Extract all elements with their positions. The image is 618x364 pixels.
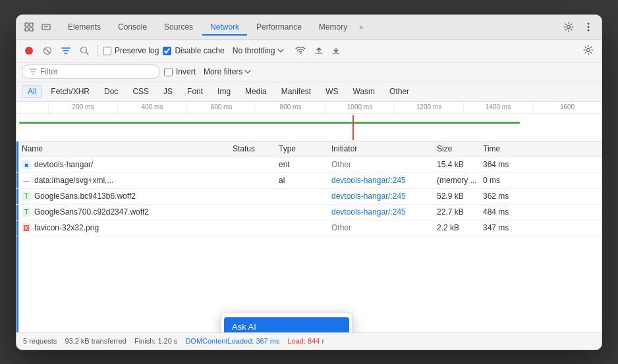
header-size: Size: [437, 144, 483, 153]
filter-pill-media[interactable]: Media: [239, 85, 273, 98]
html-icon: ■: [22, 160, 31, 169]
filter-pill-all[interactable]: All: [22, 85, 42, 98]
status-finish: Finish: 1.20 s: [134, 337, 177, 345]
header-time: Time: [483, 144, 596, 153]
tab-bar-icons: [22, 20, 53, 34]
status-dom-content-loaded: DOMContentLoaded: 367 ms: [185, 337, 279, 345]
cell-initiator-1: devtools-hangar/:245: [331, 176, 437, 185]
cell-type-1: al: [279, 176, 331, 185]
svg-point-7: [567, 26, 571, 29]
png-icon: 🖼: [22, 223, 31, 232]
table-row[interactable]: T GoogleSans.bc9413b6.woff2 devtools-han…: [16, 189, 602, 205]
cell-initiator-4: Other: [331, 223, 437, 232]
invert-label[interactable]: Invert: [164, 67, 196, 76]
cell-size-4: 2.2 kB: [437, 223, 483, 232]
cell-time-0: 364 ms: [483, 160, 596, 169]
header-initiator: Initiator: [331, 144, 437, 153]
cell-name-0: ■ devtools-hangar/: [22, 160, 233, 169]
filter-pill-fetch[interactable]: Fetch/XHR: [45, 85, 96, 98]
header-type: Type: [279, 144, 331, 153]
svg-rect-2: [25, 28, 28, 31]
table-header: Name Status Type Initiator Size Time: [16, 142, 602, 157]
preserve-log-label[interactable]: Preserve log: [103, 46, 159, 55]
context-menu-overlay: Ask AI Open in Sources panel Open in new…: [221, 313, 352, 332]
header-name: Name: [22, 144, 233, 153]
tab-more-chevron[interactable]: »: [356, 20, 366, 34]
header-status: Status: [233, 144, 279, 153]
table-row[interactable]: T GoogleSans700.c92d2347.woff2 devtools-…: [16, 205, 602, 221]
search-icon[interactable]: [77, 43, 92, 58]
table-row[interactable]: 🖼 favicon-32x32.png Other 2.2 kB 347 ms: [16, 221, 602, 236]
network-toolbar: Preserve log Disable cache No throttling: [16, 40, 602, 63]
invert-checkbox[interactable]: [164, 68, 173, 76]
cell-size-0: 15.4 kB: [437, 160, 483, 169]
tick-600: 600 ms: [186, 102, 256, 113]
filter-pill-css[interactable]: CSS: [126, 85, 155, 98]
settings-gear-icon[interactable]: [561, 19, 576, 35]
tab-console[interactable]: Console: [110, 18, 155, 36]
table-row[interactable]: — data:image/svg+xml,... al devtools-han…: [16, 173, 602, 189]
filter-pill-other[interactable]: Other: [383, 85, 415, 98]
tab-performance[interactable]: Performance: [248, 18, 310, 36]
tick-1400: 1400 ms: [463, 102, 532, 113]
filter-pill-doc[interactable]: Doc: [98, 85, 124, 98]
filter-input[interactable]: [40, 67, 153, 76]
network-table: Name Status Type Initiator Size Time ■ d…: [16, 142, 602, 332]
cell-time-4: 347 ms: [483, 223, 596, 232]
tab-elements[interactable]: Elements: [60, 18, 109, 36]
filter-funnel-icon: [29, 68, 37, 76]
filter-pill-ws[interactable]: WS: [320, 85, 344, 98]
disable-cache-label[interactable]: Disable cache: [163, 46, 224, 55]
cell-size-1: (memory ...: [437, 176, 483, 185]
filter-pill-js[interactable]: JS: [157, 85, 179, 98]
more-filters-button[interactable]: More filters: [200, 66, 255, 78]
cell-time-3: 484 ms: [483, 207, 596, 217]
clear-icon[interactable]: [40, 43, 55, 58]
record-icon[interactable]: [22, 43, 36, 58]
filter-types-bar: All Fetch/XHR Doc CSS JS Font Img Media …: [16, 82, 602, 102]
filter-input-wrap: [22, 65, 160, 79]
cell-size-2: 52.9 kB: [437, 192, 483, 201]
tick-1200: 1200 ms: [394, 102, 463, 113]
ctx-ask-ai[interactable]: Ask AI: [224, 317, 349, 332]
devtools-icon-2[interactable]: [39, 20, 53, 34]
cell-name-4: 🖼 favicon-32x32.png: [22, 223, 233, 232]
status-requests: 5 requests: [23, 337, 57, 345]
table-row[interactable]: ■ devtools-hangar/ ent Other 15.4 kB 364…: [16, 157, 602, 173]
tick-800: 800 ms: [256, 102, 325, 113]
disable-cache-checkbox[interactable]: [163, 47, 171, 55]
filter-pill-font[interactable]: Font: [181, 85, 209, 98]
filter-pill-img[interactable]: Img: [211, 85, 237, 98]
wifi-icon[interactable]: [292, 44, 309, 58]
cell-type-0: ent: [279, 160, 331, 169]
svg-rect-4: [42, 24, 50, 30]
tick-200: 200 ms: [48, 102, 117, 113]
timeline-area: 200 ms 400 ms 600 ms 800 ms 1000 ms 1200…: [16, 102, 602, 142]
tab-network[interactable]: Network: [202, 18, 247, 36]
cell-initiator-3: devtools-hangar/:245: [331, 207, 437, 217]
network-settings-icon[interactable]: [580, 43, 596, 59]
throttle-select[interactable]: No throttling: [229, 45, 289, 57]
filter-pill-manifest[interactable]: Manifest: [275, 85, 317, 98]
svg-point-17: [587, 48, 590, 51]
table-body: ■ devtools-hangar/ ent Other 15.4 kB 364…: [16, 157, 602, 332]
tab-memory[interactable]: Memory: [311, 18, 355, 36]
timeline-red-line: [352, 115, 354, 140]
font-icon: T: [22, 207, 31, 217]
filter-icon[interactable]: [59, 43, 73, 58]
tick-1600: 1600: [532, 102, 602, 113]
filter-pill-wasm[interactable]: Wasm: [347, 85, 381, 98]
timeline-graph: [16, 114, 602, 142]
cell-initiator-0: Other: [331, 160, 437, 169]
cell-name-2: T GoogleSans.bc9413b6.woff2: [22, 192, 233, 201]
tab-sources[interactable]: Sources: [156, 18, 201, 36]
tab-bar: Elements Console Sources Network Perform…: [16, 15, 602, 40]
upload-icon[interactable]: [312, 44, 326, 58]
preserve-log-checkbox[interactable]: [103, 47, 111, 55]
svg-point-16: [300, 53, 301, 54]
cell-name-3: T GoogleSans700.c92d2347.woff2: [22, 207, 233, 217]
more-options-icon[interactable]: [580, 19, 596, 35]
svg-line-13: [45, 49, 50, 53]
download-icon[interactable]: [329, 44, 343, 58]
devtools-icon-1[interactable]: [22, 20, 36, 34]
